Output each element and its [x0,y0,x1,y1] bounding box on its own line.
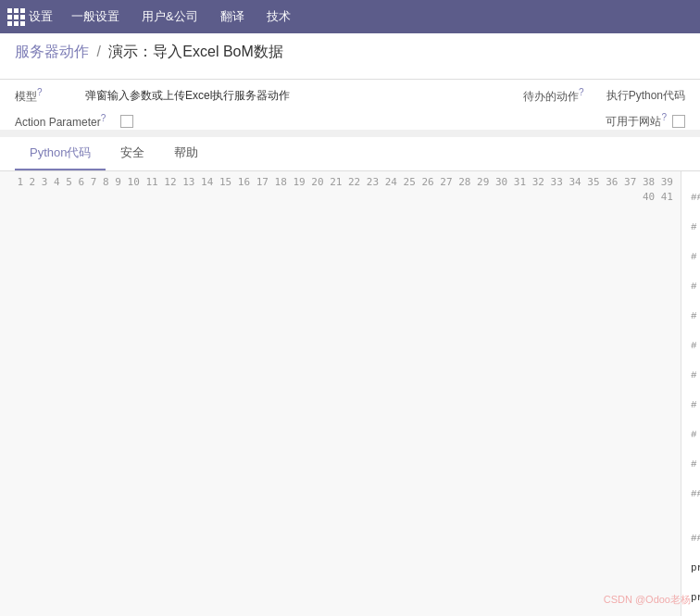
breadcrumb: 服务器动作 / 演示：导入Excel BoM数据 [15,43,685,62]
nav-translation[interactable]: 翻译 [217,8,248,25]
exec-python-label: 执行Python代码 [606,88,685,104]
code-content[interactable]: ########################################… [681,171,700,616]
breadcrumb-separator: / [96,44,100,59]
action-parameter-row: Action Parameter? 可用于网站? [15,112,685,130]
usable-website-checkbox[interactable] [672,115,685,128]
top-navigation: 设置 一般设置 用户&公司 翻译 技术 [0,0,700,33]
page-header: 服务器动作 / 演示：导入Excel BoM数据 [0,33,700,80]
exec-python-field: 执行Python代码 [606,88,685,104]
right-fields: 待办的动作? 执行Python代码 [523,87,685,105]
action-parameter-label: Action Parameter? [15,113,106,129]
app-logo[interactable]: 设置 [7,8,53,26]
watermark: CSDN @Odoo老杨 [604,593,691,607]
model-value: 弹窗输入参数或上传Excel执行服务器动作 [85,88,290,104]
nav-technical[interactable]: 技术 [263,8,294,25]
action-parameter-checkbox[interactable] [120,115,133,128]
tab-python-code[interactable]: Python代码 [15,137,106,170]
usable-website-label: 可用于网站? [606,112,667,130]
model-row: 模型? 弹窗输入参数或上传Excel执行服务器动作 待办的动作? 执行Pytho… [15,87,685,105]
grid-icon [7,8,25,26]
nav-users-company[interactable]: 用户&公司 [138,8,202,25]
tab-help[interactable]: 帮助 [159,137,213,170]
pending-action-label: 待办的动作? [523,87,584,105]
pending-action-field: 待办的动作? [523,87,584,105]
breadcrumb-parent[interactable]: 服务器动作 [15,44,89,59]
app-title: 设置 [29,8,53,25]
code-editor: 1 2 3 4 5 6 7 8 9 10 11 12 13 14 15 16 1… [0,171,700,616]
form-area: 模型? 弹窗输入参数或上传Excel执行服务器动作 待办的动作? 执行Pytho… [0,80,700,130]
breadcrumb-current: 演示：导入Excel BoM数据 [108,44,282,59]
right-fields-2: 可用于网站? [606,112,685,130]
line-numbers: 1 2 3 4 5 6 7 8 9 10 11 12 13 14 15 16 1… [0,171,681,616]
tabs-bar: Python代码 安全 帮助 [0,137,700,171]
model-label: 模型? [15,87,70,105]
tab-security[interactable]: 安全 [106,137,159,170]
usable-website-field: 可用于网站? [606,112,685,130]
nav-general-settings[interactable]: 一般设置 [68,8,123,25]
